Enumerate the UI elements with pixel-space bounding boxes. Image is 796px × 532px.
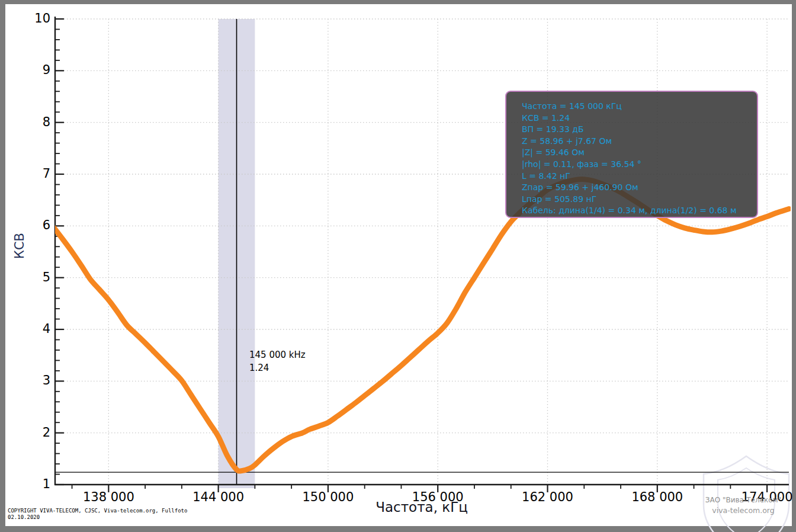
y-tick-label: 9	[22, 63, 50, 77]
copyright-line2: 02.10.2020	[8, 514, 187, 521]
tooltip-impedance-magnitude: |Z| = 59.46 Ом	[522, 147, 745, 159]
marker-annotation: 145 000 kHz 1.24	[249, 348, 306, 374]
copyright-notice: COPYRIGHT VIVA-TELECOM, CJSC, Viva-telec…	[8, 508, 187, 521]
x-tick-label: 144 000	[186, 490, 251, 504]
copyright-line1: COPYRIGHT VIVA-TELECOM, CJSC, Viva-telec…	[8, 508, 187, 514]
x-axis-title: Частота, кГц	[268, 499, 576, 515]
y-axis-title: КСВ	[12, 213, 27, 278]
x-tick-label: 138 000	[76, 490, 141, 504]
swr-analyzer-screenshot: { "meta": { "copyright_line1": "COPYRIGH…	[0, 0, 796, 532]
tooltip-swr: КСВ = 1.24	[522, 113, 745, 124]
y-tick-label: 3	[22, 373, 50, 387]
tooltip-frequency: Частота = 145 000 кГц	[522, 101, 745, 113]
y-tick-label: 1	[22, 477, 50, 491]
tooltip-return-loss: ВП = 19.33 дБ	[522, 124, 745, 136]
tooltip-rho-phase: |rho| = 0.11, фаза = 36.54 °	[522, 159, 745, 171]
y-tick-label: 7	[22, 166, 50, 181]
marker-frequency-label: 145 000 kHz	[249, 348, 306, 361]
y-tick-label: 2	[22, 425, 50, 440]
tooltip-impedance: Z = 58.96 + j7.67 Ом	[522, 136, 745, 148]
swr-curve	[54, 180, 789, 472]
marker-swr-label: 1.24	[249, 361, 306, 374]
y-tick-label: 8	[22, 115, 50, 129]
tooltip-parallel-inductance: Lпар = 505.89 нГ	[522, 194, 745, 206]
watermark-site: viva-telecom.org	[675, 506, 796, 515]
y-tick-label: 10	[22, 11, 50, 25]
swr-chart	[0, 0, 796, 532]
y-tick-label: 4	[22, 322, 50, 336]
measurement-tooltip[interactable]: Частота = 145 000 кГц КСВ = 1.24 ВП = 19…	[505, 91, 758, 218]
tooltip-cable-lengths: Кабель: длина(1/4) = 0.34 м, длина(1/2) …	[522, 205, 745, 217]
tooltip-inductance: L = 8.42 нГ	[522, 171, 745, 182]
tooltip-parallel-impedance: Zпар = 59.96 + j460.90 Ом	[522, 182, 745, 194]
watermark-company: ЗАО "Вива-Телеком"	[675, 496, 796, 504]
